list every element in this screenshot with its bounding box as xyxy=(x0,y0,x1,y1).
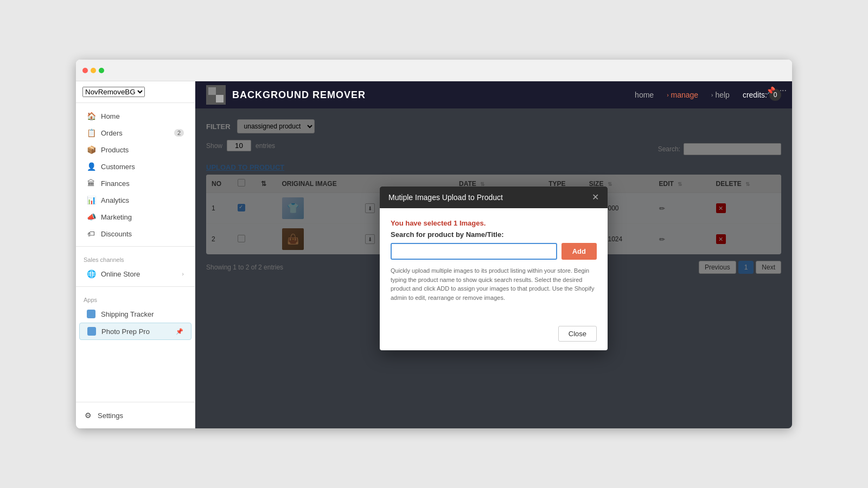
photo-prep-pro-icon xyxy=(87,327,96,336)
svg-rect-0 xyxy=(208,87,216,95)
modal-body: You have selected 1 Images. Search for p… xyxy=(380,208,608,322)
app-nav-help[interactable]: › help xyxy=(711,91,730,99)
sidebar-item-label: Analytics xyxy=(101,196,184,204)
products-icon: 📦 xyxy=(87,145,95,154)
sidebar-app-label: Shipping Tracker xyxy=(101,310,184,318)
sidebar-item-label: Products xyxy=(101,146,184,154)
customers-icon: 👤 xyxy=(87,162,95,171)
discounts-icon: 🏷 xyxy=(87,229,95,238)
settings-icon: ⚙ xyxy=(84,411,92,420)
sidebar-item-analytics[interactable]: 📊 Analytics xyxy=(79,192,192,208)
nav-arrow-manage: › xyxy=(667,92,668,98)
apps-label: Apps xyxy=(76,291,195,305)
more-icon[interactable]: ··· xyxy=(780,86,787,95)
sidebar-item-customers[interactable]: 👤 Customers xyxy=(79,158,192,175)
finances-icon: 🏛 xyxy=(87,179,95,188)
sidebar-item-label: Discounts xyxy=(101,230,184,238)
sidebar: NovRemoveBG 🏠 Home 📋 Orders 2 📦 xyxy=(76,81,195,428)
home-icon: 🏠 xyxy=(87,112,95,120)
app-top-bar: BACKGROUND REMOVER home › manage › help xyxy=(195,81,792,108)
sidebar-item-finances[interactable]: 🏛 Finances xyxy=(79,175,192,191)
sidebar-item-home[interactable]: 🏠 Home xyxy=(79,108,192,124)
modal-product-search-input[interactable] xyxy=(391,243,557,260)
modal-close-button[interactable]: Close xyxy=(558,326,597,342)
sidebar-item-label: Marketing xyxy=(101,213,184,221)
analytics-icon: 📊 xyxy=(87,196,95,204)
marketing-icon: 📣 xyxy=(87,213,95,221)
sidebar-item-label: Finances xyxy=(101,179,184,188)
modal-search-label: Search for product by Name/Title: xyxy=(391,230,597,239)
credits-label: credits: xyxy=(743,91,767,99)
modal-dialog: Mutiple Images Upload to Product ✕ You h… xyxy=(380,187,608,350)
svg-rect-2 xyxy=(216,87,224,95)
sidebar-item-settings[interactable]: ⚙ Settings xyxy=(84,408,187,423)
sidebar-item-photo-prep-pro[interactable]: Photo Prep Pro 📌 xyxy=(79,323,192,340)
modal-close-x-button[interactable]: ✕ xyxy=(592,193,599,202)
online-store-icon: 🌐 xyxy=(87,269,95,278)
app-nav-help-label: help xyxy=(715,91,729,99)
pin-top-icon[interactable]: 📌 xyxy=(766,86,775,95)
chevron-right-icon: › xyxy=(182,271,184,277)
sidebar-item-label: Orders xyxy=(101,129,169,137)
modal-footer: Close xyxy=(380,322,608,350)
modal-title: Mutiple Images Upload to Product xyxy=(388,193,503,202)
browser-traffic-lights xyxy=(82,68,104,73)
modal-search-row: Add xyxy=(391,243,597,260)
sidebar-divider-2 xyxy=(76,286,195,287)
sidebar-item-label: Online Store xyxy=(101,270,176,278)
app-nav: home › manage › help credits: 0 xyxy=(635,89,781,101)
sidebar-nav: 🏠 Home 📋 Orders 2 📦 Products 👤 Cus xyxy=(76,103,195,402)
modal-header: Mutiple Images Upload to Product ✕ xyxy=(380,187,608,208)
sidebar-item-shipping-tracker[interactable]: Shipping Tracker xyxy=(79,306,192,322)
modal-selected-text: You have selected 1 Images. xyxy=(391,219,597,227)
shipping-tracker-icon xyxy=(87,310,95,318)
app-nav-home[interactable]: home xyxy=(635,91,654,99)
app-title: BACKGROUND REMOVER xyxy=(232,89,366,101)
svg-rect-1 xyxy=(216,95,224,102)
orders-badge: 2 xyxy=(174,129,184,137)
app-logo: BACKGROUND REMOVER xyxy=(206,85,635,105)
sidebar-item-label: Home xyxy=(101,112,184,120)
modal-description: Quickly upload multiple images to its pr… xyxy=(391,266,597,302)
store-dropdown[interactable]: NovRemoveBG xyxy=(82,87,145,97)
sidebar-item-discounts[interactable]: 🏷 Discounts xyxy=(79,226,192,242)
maximize-dot[interactable] xyxy=(99,68,104,73)
sidebar-item-products[interactable]: 📦 Products xyxy=(79,142,192,158)
content-area: FILTER unassigned product Show entries xyxy=(195,108,792,428)
sidebar-item-orders[interactable]: 📋 Orders 2 xyxy=(79,125,192,141)
store-selector[interactable]: NovRemoveBG xyxy=(76,81,195,103)
nav-arrow-help: › xyxy=(711,92,713,98)
app-nav-manage-label: manage xyxy=(671,91,698,99)
sidebar-bottom: ⚙ Settings xyxy=(76,402,195,428)
pin-icon: 📌 xyxy=(176,328,183,335)
settings-label: Settings xyxy=(98,412,187,420)
logo-icon xyxy=(206,85,226,105)
sidebar-item-marketing[interactable]: 📣 Marketing xyxy=(79,209,192,225)
app-nav-manage[interactable]: › manage xyxy=(667,91,698,99)
sales-channels-label: Sales channels xyxy=(76,251,195,265)
sidebar-divider xyxy=(76,246,195,247)
modal-add-button[interactable]: Add xyxy=(561,243,597,260)
modal-overlay[interactable]: Mutiple Images Upload to Product ✕ You h… xyxy=(195,108,792,428)
sidebar-app-label: Photo Prep Pro xyxy=(101,328,170,336)
main-content: BACKGROUND REMOVER home › manage › help xyxy=(195,81,792,428)
orders-icon: 📋 xyxy=(87,129,95,137)
minimize-dot[interactable] xyxy=(91,68,96,73)
app-nav-home-label: home xyxy=(635,91,654,99)
close-dot[interactable] xyxy=(82,68,88,73)
sidebar-item-online-store[interactable]: 🌐 Online Store › xyxy=(79,266,192,282)
sidebar-item-label: Customers xyxy=(101,163,184,171)
